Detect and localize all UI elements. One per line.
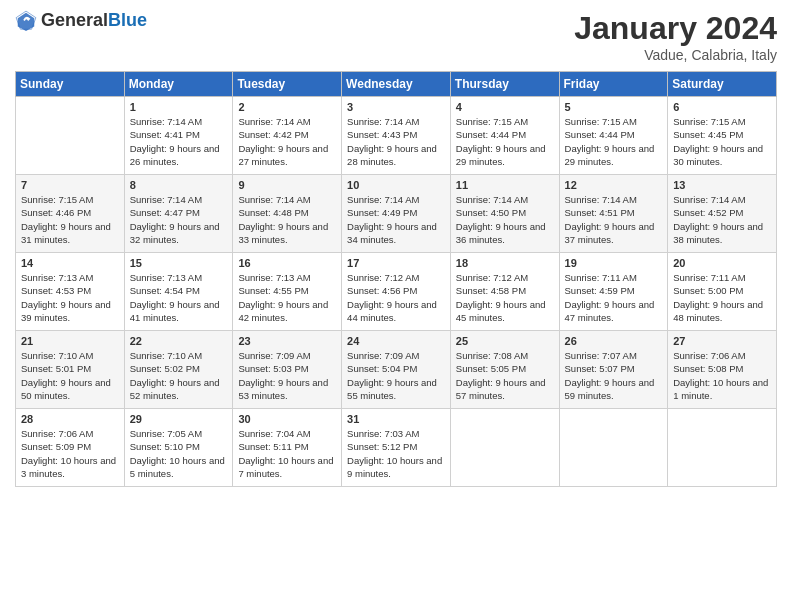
sunrise-text: Sunrise: 7:12 AM — [456, 271, 554, 284]
calendar-cell: 12 Sunrise: 7:14 AM Sunset: 4:51 PM Dayl… — [559, 175, 668, 253]
day-number: 9 — [238, 179, 336, 191]
sunset-text: Sunset: 4:52 PM — [673, 206, 771, 219]
daylight-text: Daylight: 10 hours and 9 minutes. — [347, 454, 445, 481]
day-number: 16 — [238, 257, 336, 269]
sunset-text: Sunset: 5:08 PM — [673, 362, 771, 375]
sunrise-text: Sunrise: 7:14 AM — [347, 193, 445, 206]
sunset-text: Sunset: 4:58 PM — [456, 284, 554, 297]
col-friday: Friday — [559, 72, 668, 97]
daylight-text: Daylight: 10 hours and 1 minute. — [673, 376, 771, 403]
sunset-text: Sunset: 5:04 PM — [347, 362, 445, 375]
col-monday: Monday — [124, 72, 233, 97]
logo-text: GeneralBlue — [41, 11, 147, 31]
header: GeneralBlue January 2024 Vadue, Calabria… — [15, 10, 777, 63]
daylight-text: Daylight: 9 hours and 36 minutes. — [456, 220, 554, 247]
sunrise-text: Sunrise: 7:12 AM — [347, 271, 445, 284]
day-info: Sunrise: 7:15 AM Sunset: 4:45 PM Dayligh… — [673, 115, 771, 168]
col-tuesday: Tuesday — [233, 72, 342, 97]
day-number: 22 — [130, 335, 228, 347]
day-info: Sunrise: 7:06 AM Sunset: 5:08 PM Dayligh… — [673, 349, 771, 402]
day-number: 10 — [347, 179, 445, 191]
daylight-text: Daylight: 9 hours and 26 minutes. — [130, 142, 228, 169]
daylight-text: Daylight: 9 hours and 30 minutes. — [673, 142, 771, 169]
day-number: 19 — [565, 257, 663, 269]
sunset-text: Sunset: 4:51 PM — [565, 206, 663, 219]
day-number: 30 — [238, 413, 336, 425]
calendar-cell: 26 Sunrise: 7:07 AM Sunset: 5:07 PM Dayl… — [559, 331, 668, 409]
calendar-cell: 6 Sunrise: 7:15 AM Sunset: 4:45 PM Dayli… — [668, 97, 777, 175]
calendar-cell: 13 Sunrise: 7:14 AM Sunset: 4:52 PM Dayl… — [668, 175, 777, 253]
sunrise-text: Sunrise: 7:15 AM — [21, 193, 119, 206]
daylight-text: Daylight: 9 hours and 29 minutes. — [565, 142, 663, 169]
daylight-text: Daylight: 9 hours and 44 minutes. — [347, 298, 445, 325]
daylight-text: Daylight: 9 hours and 41 minutes. — [130, 298, 228, 325]
day-number: 27 — [673, 335, 771, 347]
day-info: Sunrise: 7:13 AM Sunset: 4:53 PM Dayligh… — [21, 271, 119, 324]
sunrise-text: Sunrise: 7:06 AM — [21, 427, 119, 440]
sunset-text: Sunset: 5:02 PM — [130, 362, 228, 375]
calendar-cell: 10 Sunrise: 7:14 AM Sunset: 4:49 PM Dayl… — [342, 175, 451, 253]
sunset-text: Sunset: 4:45 PM — [673, 128, 771, 141]
day-number: 2 — [238, 101, 336, 113]
calendar-cell: 25 Sunrise: 7:08 AM Sunset: 5:05 PM Dayl… — [450, 331, 559, 409]
sunset-text: Sunset: 5:00 PM — [673, 284, 771, 297]
sunset-text: Sunset: 4:53 PM — [21, 284, 119, 297]
day-info: Sunrise: 7:05 AM Sunset: 5:10 PM Dayligh… — [130, 427, 228, 480]
day-number: 21 — [21, 335, 119, 347]
day-info: Sunrise: 7:06 AM Sunset: 5:09 PM Dayligh… — [21, 427, 119, 480]
sunrise-text: Sunrise: 7:03 AM — [347, 427, 445, 440]
calendar-cell — [16, 97, 125, 175]
daylight-text: Daylight: 9 hours and 32 minutes. — [130, 220, 228, 247]
day-number: 31 — [347, 413, 445, 425]
day-info: Sunrise: 7:13 AM Sunset: 4:55 PM Dayligh… — [238, 271, 336, 324]
daylight-text: Daylight: 9 hours and 52 minutes. — [130, 376, 228, 403]
day-number: 29 — [130, 413, 228, 425]
day-info: Sunrise: 7:14 AM Sunset: 4:51 PM Dayligh… — [565, 193, 663, 246]
sunrise-text: Sunrise: 7:11 AM — [673, 271, 771, 284]
day-number: 6 — [673, 101, 771, 113]
day-info: Sunrise: 7:09 AM Sunset: 5:03 PM Dayligh… — [238, 349, 336, 402]
sunrise-text: Sunrise: 7:13 AM — [130, 271, 228, 284]
sunrise-text: Sunrise: 7:09 AM — [238, 349, 336, 362]
day-number: 25 — [456, 335, 554, 347]
daylight-text: Daylight: 9 hours and 45 minutes. — [456, 298, 554, 325]
daylight-text: Daylight: 9 hours and 29 minutes. — [456, 142, 554, 169]
daylight-text: Daylight: 9 hours and 39 minutes. — [21, 298, 119, 325]
calendar-cell — [668, 409, 777, 487]
sunset-text: Sunset: 5:07 PM — [565, 362, 663, 375]
sunrise-text: Sunrise: 7:14 AM — [130, 193, 228, 206]
sunrise-text: Sunrise: 7:14 AM — [347, 115, 445, 128]
day-number: 12 — [565, 179, 663, 191]
day-info: Sunrise: 7:13 AM Sunset: 4:54 PM Dayligh… — [130, 271, 228, 324]
calendar-cell: 24 Sunrise: 7:09 AM Sunset: 5:04 PM Dayl… — [342, 331, 451, 409]
day-info: Sunrise: 7:14 AM Sunset: 4:49 PM Dayligh… — [347, 193, 445, 246]
calendar-cell: 28 Sunrise: 7:06 AM Sunset: 5:09 PM Dayl… — [16, 409, 125, 487]
sunrise-text: Sunrise: 7:10 AM — [21, 349, 119, 362]
col-saturday: Saturday — [668, 72, 777, 97]
day-info: Sunrise: 7:10 AM Sunset: 5:02 PM Dayligh… — [130, 349, 228, 402]
month-title: January 2024 — [574, 10, 777, 47]
sunrise-text: Sunrise: 7:14 AM — [238, 115, 336, 128]
day-number: 4 — [456, 101, 554, 113]
calendar-cell: 29 Sunrise: 7:05 AM Sunset: 5:10 PM Dayl… — [124, 409, 233, 487]
day-number: 1 — [130, 101, 228, 113]
sunset-text: Sunset: 4:55 PM — [238, 284, 336, 297]
daylight-text: Daylight: 9 hours and 55 minutes. — [347, 376, 445, 403]
sunset-text: Sunset: 4:49 PM — [347, 206, 445, 219]
col-sunday: Sunday — [16, 72, 125, 97]
sunset-text: Sunset: 4:41 PM — [130, 128, 228, 141]
sunrise-text: Sunrise: 7:14 AM — [673, 193, 771, 206]
day-info: Sunrise: 7:03 AM Sunset: 5:12 PM Dayligh… — [347, 427, 445, 480]
sunset-text: Sunset: 4:44 PM — [565, 128, 663, 141]
day-info: Sunrise: 7:14 AM Sunset: 4:43 PM Dayligh… — [347, 115, 445, 168]
day-info: Sunrise: 7:11 AM Sunset: 4:59 PM Dayligh… — [565, 271, 663, 324]
daylight-text: Daylight: 9 hours and 59 minutes. — [565, 376, 663, 403]
sunrise-text: Sunrise: 7:15 AM — [565, 115, 663, 128]
sunset-text: Sunset: 5:10 PM — [130, 440, 228, 453]
sunrise-text: Sunrise: 7:14 AM — [565, 193, 663, 206]
calendar-cell: 17 Sunrise: 7:12 AM Sunset: 4:56 PM Dayl… — [342, 253, 451, 331]
day-number: 5 — [565, 101, 663, 113]
sunrise-text: Sunrise: 7:15 AM — [456, 115, 554, 128]
day-number: 13 — [673, 179, 771, 191]
calendar-cell: 23 Sunrise: 7:09 AM Sunset: 5:03 PM Dayl… — [233, 331, 342, 409]
